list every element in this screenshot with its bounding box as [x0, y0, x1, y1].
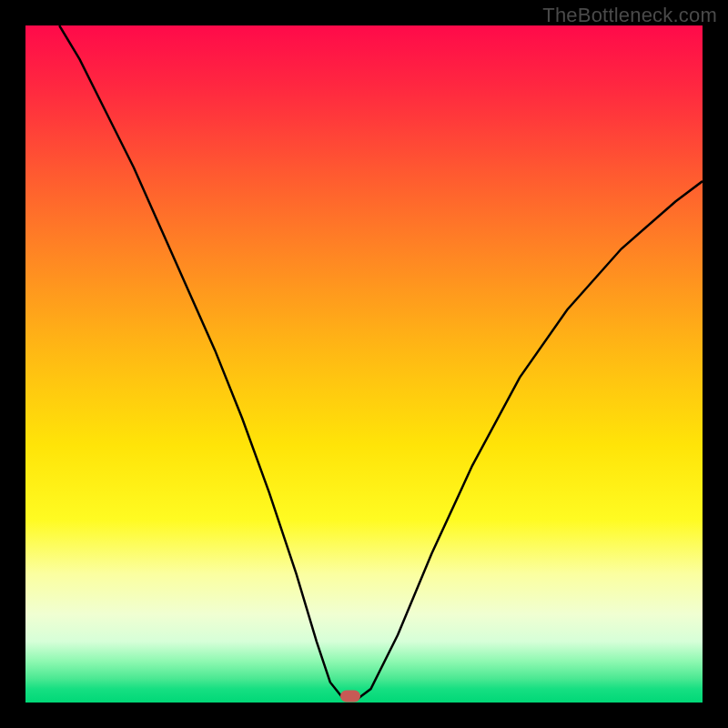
- plot-area: [25, 25, 703, 703]
- chart-frame: TheBottleneck.com: [0, 0, 728, 728]
- watermark-text: TheBottleneck.com: [542, 4, 717, 27]
- curve-path: [59, 25, 703, 699]
- bottleneck-curve: [25, 25, 703, 703]
- minimum-marker: [340, 691, 360, 703]
